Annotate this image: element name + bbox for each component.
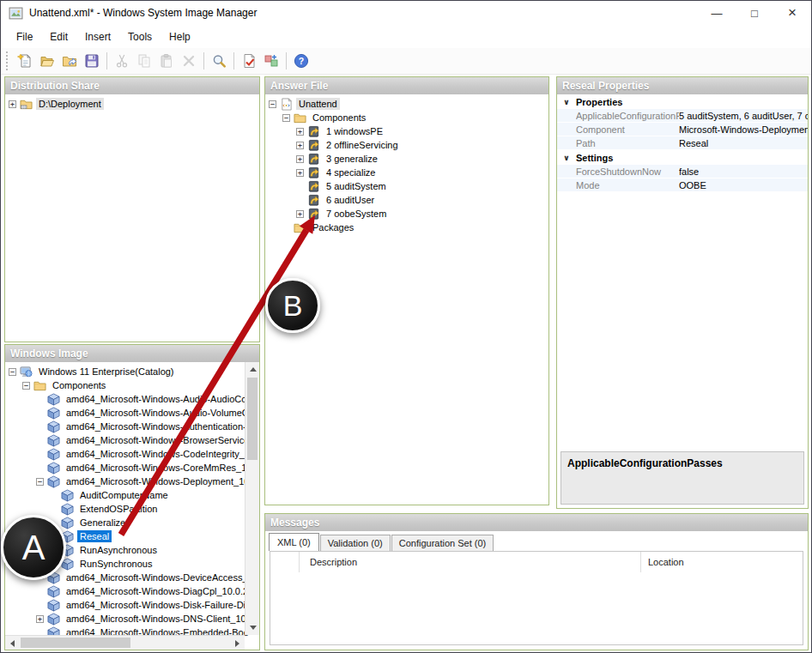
tree-item-label[interactable]: Components	[50, 379, 108, 391]
location-column-header[interactable]: Location	[641, 552, 803, 572]
tree-item-label[interactable]: Generalize	[77, 517, 128, 529]
scroll-right-arrow[interactable]	[230, 636, 245, 650]
tree-item[interactable]: amd64_Microsoft-Windows-CodeIntegrity_1	[5, 447, 245, 461]
tree-item-label[interactable]: Windows 11 Enterprise(Catalog)	[36, 366, 177, 378]
expand-toggle[interactable]: +	[296, 210, 304, 218]
tree-item[interactable]: −Unattend	[265, 97, 548, 111]
tree-item-label[interactable]: amd64_Microsoft-Windows-Deployment_10	[64, 475, 251, 487]
tree-item-label[interactable]: amd64_Microsoft-Windows-Audio-VolumeCo	[64, 407, 257, 419]
tree-item[interactable]: +3 generalize	[265, 152, 548, 166]
property-value[interactable]: Microsoft-Windows-Deployment	[679, 124, 808, 135]
expand-toggle[interactable]: +	[36, 615, 44, 623]
tree-item-label[interactable]: 6 auditUser	[324, 194, 377, 206]
tree-item[interactable]: amd64_Microsoft-Windows-CoreMmRes_10	[5, 461, 245, 475]
property-value[interactable]: Reseal	[679, 138, 808, 148]
tree-item[interactable]: amd64_Microsoft-Windows-DiagCpl_10.0.2	[5, 584, 245, 598]
menu-file[interactable]: File	[8, 27, 41, 46]
collapse-toggle[interactable]: −	[282, 114, 290, 122]
open-answer-file-button[interactable]	[37, 51, 58, 71]
scroll-left-arrow[interactable]	[5, 636, 20, 650]
tree-item-label[interactable]: amd64_Microsoft-Windows-CoreMmRes_10	[64, 462, 254, 474]
tree-item-label[interactable]: 1 windowsPE	[324, 125, 385, 137]
property-row[interactable]: ModeOOBE	[557, 178, 808, 192]
tree-item[interactable]: −Components	[265, 111, 548, 124]
tree-item[interactable]: +4 specialize	[265, 166, 548, 179]
property-value[interactable]: 5 auditSystem, 6 auditUser, 7 oobeSystem	[679, 111, 808, 121]
menu-edit[interactable]: Edit	[41, 27, 76, 46]
tree-item-label[interactable]: 3 generalize	[324, 153, 380, 165]
tree-item-label[interactable]: amd64_Microsoft-Windows-DiagCpl_10.0.2	[64, 585, 251, 597]
property-group-header[interactable]: Settings	[557, 150, 808, 165]
tree-item[interactable]: amd64_Microsoft-Windows-BrowserService	[5, 433, 245, 447]
tab-configuration-set[interactable]: Configuration Set (0)	[391, 535, 494, 551]
tree-item[interactable]: amd64_Microsoft-Windows-Authentication-	[5, 420, 245, 433]
expand-toggle[interactable]: +	[9, 100, 16, 108]
tab-xml[interactable]: XML (0)	[269, 533, 319, 551]
tab-validation[interactable]: Validation (0)	[320, 535, 391, 551]
property-row[interactable]: ComponentMicrosoft-Windows-Deployment	[557, 123, 808, 136]
tree-item[interactable]: amd64_Microsoft-Windows-Audio-VolumeCo	[5, 406, 245, 420]
tree-item-label[interactable]: amd64_Microsoft-Windows-DNS-Client_10.	[64, 613, 251, 625]
chevron-down-icon[interactable]	[557, 154, 576, 162]
tree-item-label[interactable]: 5 auditSystem	[324, 180, 389, 192]
tree-item[interactable]: +amd64_Microsoft-Windows-DNS-Client_10.	[5, 612, 245, 626]
tree-item-label[interactable]: ExtendOSPartition	[77, 503, 161, 515]
tree-item[interactable]: ExtendOSPartition	[5, 502, 245, 516]
menu-help[interactable]: Help	[161, 27, 199, 46]
find-button[interactable]	[209, 51, 229, 71]
save-button[interactable]	[82, 51, 102, 71]
collapse-toggle[interactable]: −	[269, 100, 276, 108]
minimize-button[interactable]: —	[698, 1, 736, 25]
tree-item-label[interactable]: 2 offlineServicing	[324, 139, 401, 151]
validate-answer-file-button[interactable]	[239, 51, 259, 71]
tree-item-label[interactable]: Unattend	[296, 98, 340, 110]
tree-item-label[interactable]: D:\Deployment	[36, 98, 104, 110]
expand-toggle[interactable]: +	[296, 155, 304, 163]
tree-item-label[interactable]: RunSynchronous	[77, 558, 155, 570]
tree-item[interactable]: 6 auditUser	[265, 193, 548, 207]
tree-item[interactable]: −Windows 11 Enterprise(Catalog)	[5, 365, 245, 378]
tree-item-label[interactable]: Components	[310, 112, 368, 124]
close-button[interactable]: ×	[773, 1, 811, 25]
menu-insert[interactable]: Insert	[76, 27, 119, 46]
tree-item[interactable]: AuditComputerName	[5, 488, 245, 502]
horizontal-scroll-thumb[interactable]	[21, 638, 130, 648]
collapse-toggle[interactable]: −	[9, 368, 16, 376]
expand-toggle[interactable]: +	[296, 169, 304, 177]
tree-item[interactable]: 5 auditSystem	[265, 179, 548, 193]
vertical-scrollbar[interactable]	[245, 362, 259, 635]
tree-item-label[interactable]: 7 oobeSystem	[324, 208, 389, 220]
property-value[interactable]: OOBE	[679, 180, 808, 190]
tree-item[interactable]: +D:\Deployment	[5, 97, 259, 111]
property-row[interactable]: ApplicableConfigurationPasses5 auditSyst…	[557, 109, 808, 123]
menu-tools[interactable]: Tools	[119, 27, 161, 46]
open-distribution-share-button[interactable]	[59, 51, 80, 71]
tree-item[interactable]: Packages	[265, 221, 548, 234]
property-row[interactable]: PathReseal	[557, 136, 808, 150]
description-column-header[interactable]: Description	[300, 552, 641, 572]
horizontal-scrollbar[interactable]	[5, 635, 245, 650]
tree-item-label[interactable]: amd64_Microsoft-Windows-Audio-AudioCor	[64, 393, 252, 405]
tree-item-label[interactable]: 4 specialize	[324, 166, 378, 178]
tree-item-label[interactable]: amd64_Microsoft-Windows-BrowserService	[64, 434, 251, 446]
tree-item-label[interactable]: RunAsynchronous	[77, 544, 160, 556]
create-configuration-set-button[interactable]	[261, 51, 282, 71]
tree-item[interactable]: −Components	[5, 378, 245, 392]
expand-toggle[interactable]: +	[296, 142, 304, 149]
collapse-toggle[interactable]: −	[22, 382, 30, 390]
tree-item-label[interactable]: amd64_Microsoft-Windows-Authentication-	[64, 420, 249, 432]
tree-item-label[interactable]: Packages	[310, 221, 356, 233]
tree-item[interactable]: +2 offlineServicing	[265, 138, 548, 152]
property-row[interactable]: ForceShutdownNowfalse	[557, 165, 808, 178]
scroll-up-arrow[interactable]	[245, 362, 259, 377]
tree-item-label[interactable]: amd64_Microsoft-Windows-CodeIntegrity_1	[64, 448, 252, 460]
tree-item[interactable]: +1 windowsPE	[265, 124, 548, 138]
tree-item[interactable]: −amd64_Microsoft-Windows-Deployment_10	[5, 475, 245, 488]
vertical-scroll-thumb[interactable]	[247, 378, 258, 460]
chevron-down-icon[interactable]	[557, 98, 576, 106]
tree-item[interactable]: +7 oobeSystem	[265, 207, 548, 221]
property-value[interactable]: false	[679, 166, 808, 177]
expand-toggle[interactable]: +	[296, 128, 304, 136]
tree-item-label[interactable]: amd64_Microsoft-Windows-DeviceAccess_	[64, 571, 251, 583]
maximize-button[interactable]: □	[736, 1, 773, 25]
